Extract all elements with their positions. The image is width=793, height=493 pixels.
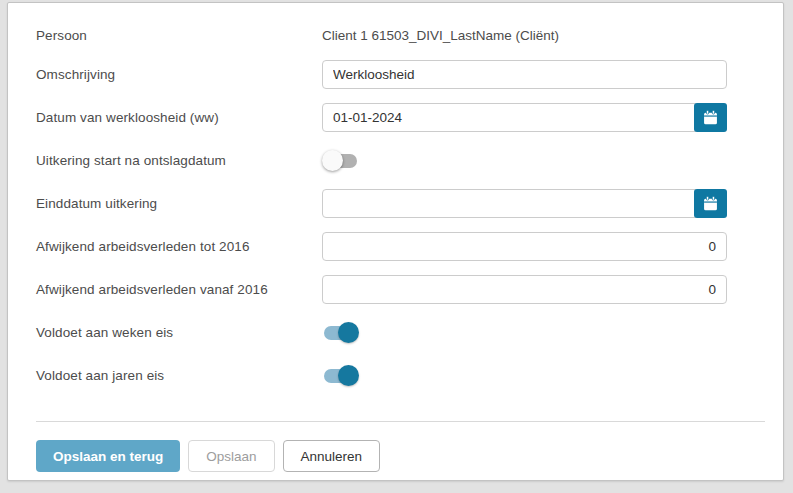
field-label: Afwijkend arbeidsverleden tot 2016	[36, 239, 322, 254]
einddatum-calendar-button[interactable]	[694, 189, 727, 218]
calendar-icon	[703, 110, 718, 125]
button-divider	[36, 421, 765, 422]
toggle-knob	[322, 150, 343, 171]
omschrijving-input[interactable]	[322, 60, 727, 89]
datum-werkloosheid-input[interactable]	[322, 103, 696, 132]
form-row-jaren-eis: Voldoet aan jaren eis	[36, 354, 755, 397]
arbeidsverleden-vanaf-2016-input[interactable]	[322, 275, 727, 304]
form-row-datum-werkloosheid: Datum van werkloosheid (ww)	[36, 96, 755, 139]
form-row-arbeidsverleden-vanaf-2016: Afwijkend arbeidsverleden vanaf 2016	[36, 268, 755, 311]
form-row-arbeidsverleden-tot-2016: Afwijkend arbeidsverleden tot 2016	[36, 225, 755, 268]
field-label: Afwijkend arbeidsverleden vanaf 2016	[36, 282, 322, 297]
form-card: Persoon Client 1 61503_DIVI_LastName (Cl…	[7, 2, 784, 481]
form-row-uitkering-start: Uitkering start na ontslagdatum	[36, 139, 755, 182]
calendar-icon	[703, 196, 718, 211]
uitkering-start-toggle[interactable]	[322, 150, 359, 171]
field-label: Voldoet aan jaren eis	[36, 368, 322, 383]
save-button[interactable]: Opslaan	[188, 440, 274, 472]
toggle-knob	[338, 365, 359, 386]
field-label: Persoon	[36, 28, 322, 43]
field-label: Voldoet aan weken eis	[36, 325, 322, 340]
toggle-knob	[338, 322, 359, 343]
save-and-back-button[interactable]: Opslaan en terug	[36, 440, 180, 472]
jaren-eis-toggle[interactable]	[322, 365, 359, 386]
form-row-weken-eis: Voldoet aan weken eis	[36, 311, 755, 354]
form-row-einddatum: Einddatum uitkering	[36, 182, 755, 225]
arbeidsverleden-tot-2016-input[interactable]	[322, 232, 727, 261]
field-label: Omschrijving	[36, 67, 322, 82]
weken-eis-toggle[interactable]	[322, 322, 359, 343]
field-label: Uitkering start na ontslagdatum	[36, 153, 322, 168]
form-row-omschrijving: Omschrijving	[36, 53, 755, 96]
field-label: Datum van werkloosheid (ww)	[36, 110, 322, 125]
form-row-persoon: Persoon Client 1 61503_DIVI_LastName (Cl…	[36, 17, 755, 53]
einddatum-input[interactable]	[322, 189, 696, 218]
cancel-button[interactable]: Annuleren	[283, 440, 381, 472]
field-label: Einddatum uitkering	[36, 196, 322, 211]
persoon-value: Client 1 61503_DIVI_LastName (Cliënt)	[322, 28, 559, 43]
button-row: Opslaan en terug Opslaan Annuleren	[36, 440, 755, 472]
datum-werkloosheid-calendar-button[interactable]	[694, 103, 727, 132]
